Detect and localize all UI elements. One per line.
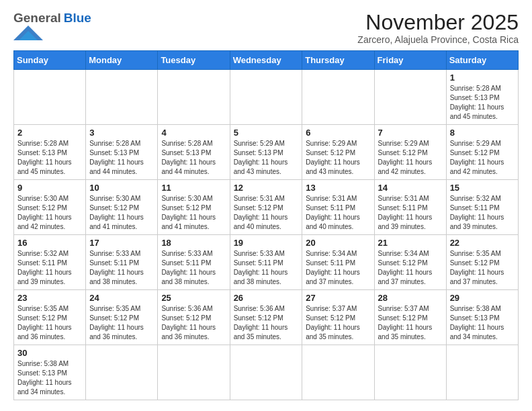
day-number: 21 <box>378 238 443 248</box>
day-info: Sunrise: 5:30 AM Sunset: 5:12 PM Dayligh… <box>161 194 226 232</box>
day-info: Sunrise: 5:35 AM Sunset: 5:12 PM Dayligh… <box>17 304 82 342</box>
day-info: Sunrise: 5:29 AM Sunset: 5:13 PM Dayligh… <box>234 139 299 177</box>
col-header-thursday: Thursday <box>302 51 374 70</box>
calendar-cell: 4Sunrise: 5:28 AM Sunset: 5:13 PM Daylig… <box>158 125 230 180</box>
day-number: 2 <box>17 128 82 138</box>
calendar-cell <box>374 70 446 125</box>
day-number: 29 <box>450 293 515 303</box>
day-number: 1 <box>450 73 515 83</box>
day-info: Sunrise: 5:36 AM Sunset: 5:12 PM Dayligh… <box>161 304 226 342</box>
day-number: 23 <box>17 293 82 303</box>
logo-icon <box>13 26 43 40</box>
calendar-cell <box>158 70 230 125</box>
day-number: 4 <box>161 128 226 138</box>
day-info: Sunrise: 5:28 AM Sunset: 5:13 PM Dayligh… <box>89 139 154 177</box>
col-header-wednesday: Wednesday <box>230 51 302 70</box>
day-info: Sunrise: 5:38 AM Sunset: 5:13 PM Dayligh… <box>17 359 82 397</box>
day-number: 5 <box>234 128 299 138</box>
calendar-week-2: 2Sunrise: 5:28 AM Sunset: 5:13 PM Daylig… <box>14 125 519 180</box>
calendar-cell: 12Sunrise: 5:31 AM Sunset: 5:12 PM Dayli… <box>230 180 302 235</box>
calendar-week-5: 23Sunrise: 5:35 AM Sunset: 5:12 PM Dayli… <box>14 290 519 345</box>
calendar-cell: 6Sunrise: 5:29 AM Sunset: 5:12 PM Daylig… <box>302 125 374 180</box>
page-header: General Blue November 2025 Zarcero, Alaj… <box>13 11 519 45</box>
calendar-cell: 14Sunrise: 5:31 AM Sunset: 5:11 PM Dayli… <box>374 180 446 235</box>
day-info: Sunrise: 5:28 AM Sunset: 5:13 PM Dayligh… <box>450 84 515 122</box>
calendar-cell: 23Sunrise: 5:35 AM Sunset: 5:12 PM Dayli… <box>14 290 86 345</box>
month-title: November 2025 <box>357 11 519 34</box>
day-number: 11 <box>161 183 226 193</box>
day-info: Sunrise: 5:33 AM Sunset: 5:11 PM Dayligh… <box>89 249 154 287</box>
day-info: Sunrise: 5:32 AM Sunset: 5:11 PM Dayligh… <box>17 249 82 287</box>
day-number: 30 <box>17 348 82 358</box>
day-number: 13 <box>306 183 370 193</box>
day-info: Sunrise: 5:35 AM Sunset: 5:12 PM Dayligh… <box>89 304 154 342</box>
calendar-cell: 24Sunrise: 5:35 AM Sunset: 5:12 PM Dayli… <box>86 290 158 345</box>
calendar-cell <box>230 345 302 400</box>
day-info: Sunrise: 5:31 AM Sunset: 5:11 PM Dayligh… <box>378 194 443 232</box>
calendar-cell: 7Sunrise: 5:29 AM Sunset: 5:12 PM Daylig… <box>374 125 446 180</box>
day-number: 16 <box>17 238 82 248</box>
calendar-cell: 3Sunrise: 5:28 AM Sunset: 5:13 PM Daylig… <box>86 125 158 180</box>
day-number: 14 <box>378 183 443 193</box>
title-block: November 2025 Zarcero, Alajuela Province… <box>357 11 519 45</box>
day-number: 27 <box>306 293 370 303</box>
day-number: 25 <box>161 293 226 303</box>
day-number: 22 <box>450 238 515 248</box>
calendar-week-1: 1Sunrise: 5:28 AM Sunset: 5:13 PM Daylig… <box>14 70 519 125</box>
calendar-cell: 17Sunrise: 5:33 AM Sunset: 5:11 PM Dayli… <box>86 235 158 290</box>
day-info: Sunrise: 5:35 AM Sunset: 5:12 PM Dayligh… <box>450 249 515 287</box>
day-info: Sunrise: 5:30 AM Sunset: 5:12 PM Dayligh… <box>17 194 82 232</box>
day-info: Sunrise: 5:38 AM Sunset: 5:13 PM Dayligh… <box>450 304 515 342</box>
calendar-table: SundayMondayTuesdayWednesdayThursdayFrid… <box>13 50 519 400</box>
calendar-cell: 15Sunrise: 5:32 AM Sunset: 5:11 PM Dayli… <box>446 180 518 235</box>
calendar-cell: 16Sunrise: 5:32 AM Sunset: 5:11 PM Dayli… <box>14 235 86 290</box>
calendar-cell: 13Sunrise: 5:31 AM Sunset: 5:11 PM Dayli… <box>302 180 374 235</box>
day-info: Sunrise: 5:28 AM Sunset: 5:13 PM Dayligh… <box>161 139 226 177</box>
logo: General Blue <box>13 11 91 40</box>
calendar-header-row: SundayMondayTuesdayWednesdayThursdayFrid… <box>14 51 519 70</box>
calendar-week-3: 9Sunrise: 5:30 AM Sunset: 5:12 PM Daylig… <box>14 180 519 235</box>
calendar-cell: 10Sunrise: 5:30 AM Sunset: 5:12 PM Dayli… <box>86 180 158 235</box>
day-info: Sunrise: 5:29 AM Sunset: 5:12 PM Dayligh… <box>306 139 370 177</box>
calendar-week-4: 16Sunrise: 5:32 AM Sunset: 5:11 PM Dayli… <box>14 235 519 290</box>
col-header-monday: Monday <box>86 51 158 70</box>
calendar-cell: 29Sunrise: 5:38 AM Sunset: 5:13 PM Dayli… <box>446 290 518 345</box>
calendar-cell <box>86 70 158 125</box>
day-info: Sunrise: 5:32 AM Sunset: 5:11 PM Dayligh… <box>450 194 515 232</box>
day-info: Sunrise: 5:28 AM Sunset: 5:13 PM Dayligh… <box>17 139 82 177</box>
calendar-cell <box>374 345 446 400</box>
day-info: Sunrise: 5:34 AM Sunset: 5:12 PM Dayligh… <box>378 249 443 287</box>
calendar-cell: 28Sunrise: 5:37 AM Sunset: 5:12 PM Dayli… <box>374 290 446 345</box>
day-number: 10 <box>89 183 154 193</box>
day-number: 24 <box>89 293 154 303</box>
logo-blue-text: Blue <box>64 11 91 26</box>
calendar-cell: 11Sunrise: 5:30 AM Sunset: 5:12 PM Dayli… <box>158 180 230 235</box>
col-header-friday: Friday <box>374 51 446 70</box>
day-number: 12 <box>234 183 299 193</box>
day-number: 17 <box>89 238 154 248</box>
logo-text: General <box>13 11 61 26</box>
calendar-cell: 30Sunrise: 5:38 AM Sunset: 5:13 PM Dayli… <box>14 345 86 400</box>
calendar-cell <box>302 345 374 400</box>
day-info: Sunrise: 5:33 AM Sunset: 5:11 PM Dayligh… <box>234 249 299 287</box>
day-number: 20 <box>306 238 370 248</box>
day-number: 28 <box>378 293 443 303</box>
calendar-cell: 8Sunrise: 5:29 AM Sunset: 5:12 PM Daylig… <box>446 125 518 180</box>
calendar-cell <box>14 70 86 125</box>
day-number: 26 <box>234 293 299 303</box>
day-info: Sunrise: 5:31 AM Sunset: 5:12 PM Dayligh… <box>234 194 299 232</box>
calendar-cell: 20Sunrise: 5:34 AM Sunset: 5:11 PM Dayli… <box>302 235 374 290</box>
day-info: Sunrise: 5:30 AM Sunset: 5:12 PM Dayligh… <box>89 194 154 232</box>
calendar-cell <box>86 345 158 400</box>
day-number: 3 <box>89 128 154 138</box>
calendar-cell: 27Sunrise: 5:37 AM Sunset: 5:12 PM Dayli… <box>302 290 374 345</box>
col-header-tuesday: Tuesday <box>158 51 230 70</box>
calendar-cell: 5Sunrise: 5:29 AM Sunset: 5:13 PM Daylig… <box>230 125 302 180</box>
calendar-cell: 22Sunrise: 5:35 AM Sunset: 5:12 PM Dayli… <box>446 235 518 290</box>
calendar-cell <box>446 345 518 400</box>
day-info: Sunrise: 5:33 AM Sunset: 5:11 PM Dayligh… <box>161 249 226 287</box>
day-number: 8 <box>450 128 515 138</box>
day-info: Sunrise: 5:37 AM Sunset: 5:12 PM Dayligh… <box>306 304 370 342</box>
calendar-cell <box>230 70 302 125</box>
calendar-cell: 21Sunrise: 5:34 AM Sunset: 5:12 PM Dayli… <box>374 235 446 290</box>
